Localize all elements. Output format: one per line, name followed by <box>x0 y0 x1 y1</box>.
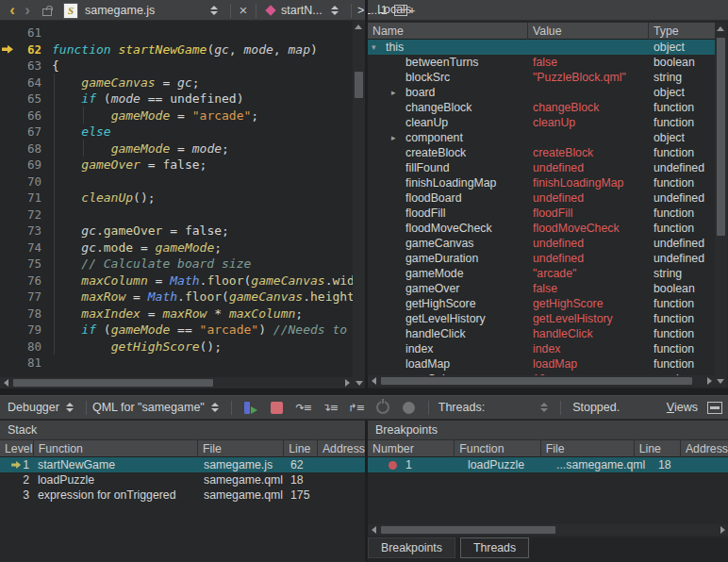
scrollbar-thumb[interactable] <box>381 526 555 534</box>
editor-vertical-scrollbar[interactable] <box>353 21 365 377</box>
line-number[interactable]: 70 <box>0 174 45 190</box>
chevron-updown-icon[interactable] <box>66 403 74 412</box>
line-number[interactable]: 61 <box>0 25 45 41</box>
locals-row[interactable]: blockSrc"PuzzleBlock.qml"string <box>368 70 715 85</box>
code-editor[interactable]: 6162636465666768697071727374757677787980… <box>0 21 353 377</box>
code-area[interactable]: function startNewGame(gc, mode, map){ ga… <box>45 25 353 377</box>
code-line[interactable] <box>52 174 353 190</box>
column-header-value[interactable]: Value <box>528 23 649 40</box>
code-line[interactable]: gc.gameOver = false; <box>52 223 353 240</box>
code-line[interactable]: getHighScore(); <box>52 339 353 355</box>
editor-horizontal-scrollbar[interactable] <box>0 377 353 388</box>
locals-vertical-scrollbar[interactable] <box>715 23 727 387</box>
locals-horizontal-scrollbar[interactable] <box>368 375 715 387</box>
column-header-function[interactable]: Function <box>34 440 198 457</box>
code-line[interactable]: cleanUp(); <box>52 190 353 207</box>
stack-rows[interactable]: 1startNewGamesamegame.js622loadPuzzlesam… <box>0 457 365 503</box>
locals-row[interactable]: ▸boardobject <box>368 85 715 100</box>
code-line[interactable]: gameMode = "arcade"; <box>52 107 353 124</box>
code-line[interactable]: maxIndex = maxRow * maxColumn; <box>52 306 353 322</box>
line-number[interactable]: 66 <box>0 107 45 124</box>
code-line[interactable] <box>52 355 353 372</box>
views-button[interactable]: Views <box>667 401 698 414</box>
locals-row[interactable]: floodBoardundefinedundefined <box>368 190 715 206</box>
locals-row[interactable]: fillFoundundefinedundefined <box>368 160 715 175</box>
chevron-updown-icon[interactable] <box>210 6 218 15</box>
threads-selector[interactable] <box>485 400 554 415</box>
column-header-type[interactable]: Type <box>649 23 715 40</box>
line-number[interactable]: 65 <box>0 91 45 107</box>
step-over-button[interactable]: ↷≡ <box>293 399 314 416</box>
line-number[interactable]: 76 <box>0 273 45 289</box>
close-document-icon[interactable]: × <box>237 2 250 19</box>
line-number[interactable]: 80 <box>0 339 45 355</box>
scroll-left-icon[interactable] <box>368 375 379 387</box>
expand-icon[interactable]: ▸ <box>391 88 405 97</box>
locals-row[interactable]: cleanUpcleanUpfunction <box>368 115 715 130</box>
scroll-up-icon[interactable] <box>715 23 726 34</box>
locals-row[interactable]: createBlockcreateBlockfunction <box>368 145 715 160</box>
scroll-down-icon[interactable] <box>353 377 365 388</box>
line-number[interactable]: 69 <box>0 157 45 174</box>
scroll-right-icon[interactable] <box>341 377 353 388</box>
locals-row[interactable]: gameCanvasundefinedundefined <box>368 236 715 251</box>
record-button[interactable] <box>399 399 420 416</box>
code-line[interactable]: // Calculate board size <box>52 256 353 273</box>
debug-engine-selector[interactable]: QML for "samegame" <box>92 401 205 414</box>
locals-tree[interactable]: ▾thisobjectbetweenTurnsfalsebooleanblock… <box>368 40 715 375</box>
code-line[interactable]: if (gameMode == "arcade") //Needs to be … <box>52 322 353 339</box>
locals-row[interactable]: handleClickhandleClickfunction <box>368 326 715 341</box>
locals-row[interactable]: loadMaploadMapfunction <box>368 356 715 372</box>
views-window-icon[interactable] <box>707 402 722 414</box>
scroll-right-icon[interactable] <box>703 375 715 387</box>
locals-row[interactable]: betweenTurnsfalseboolean <box>368 55 715 70</box>
scroll-up-icon[interactable] <box>353 21 364 32</box>
code-line[interactable]: maxRow = Math.floor(gameCanvas.height/ga… <box>52 289 353 306</box>
locals-row[interactable]: indexindexfunction <box>368 341 715 356</box>
symbol-selector[interactable]: startN... <box>281 4 324 17</box>
line-number[interactable]: 72 <box>0 207 45 223</box>
stack-frame-row[interactable]: 2loadPuzzlesamegame.qml18 <box>0 472 365 488</box>
breakpoint-row[interactable]: 1loadPuzzle...samegame.qml18 <box>368 457 728 472</box>
column-header-level[interactable]: Level <box>0 440 34 457</box>
scroll-down-icon[interactable] <box>715 375 726 387</box>
code-line[interactable]: else <box>52 124 353 140</box>
code-line[interactable]: gameMode = mode; <box>52 140 353 157</box>
locals-row[interactable]: ▾thisobject <box>368 40 715 55</box>
code-line[interactable] <box>52 25 353 41</box>
column-header-address[interactable]: Address <box>318 440 365 457</box>
collapse-icon[interactable]: ▾ <box>372 42 386 52</box>
line-number[interactable]: 81 <box>0 355 45 372</box>
scrollbar-thumb[interactable] <box>717 38 725 236</box>
line-number[interactable]: 78 <box>0 306 45 322</box>
column-header-file[interactable]: File <box>541 440 635 457</box>
code-line[interactable]: if (mode == undefined) <box>52 91 353 107</box>
locals-row[interactable]: gameMode"arcade"string <box>368 266 715 281</box>
open-document-selector[interactable]: samegame.js <box>85 4 190 17</box>
code-line[interactable]: maxColumn = Math.floor(gameCanvas.width/… <box>52 273 353 289</box>
column-header-name[interactable]: Name <box>368 23 528 40</box>
line-number[interactable]: 67 <box>0 124 45 140</box>
line-number[interactable]: 74 <box>0 240 45 256</box>
tab-threads[interactable]: Threads <box>460 537 529 558</box>
locals-row[interactable]: gameOverfalseboolean <box>368 281 715 296</box>
column-header-function[interactable]: Function <box>455 440 540 457</box>
line-number[interactable]: 73 <box>0 223 45 240</box>
scrollbar-thumb[interactable] <box>13 379 213 387</box>
step-into-button[interactable]: ↴≡ <box>320 399 340 416</box>
code-line[interactable] <box>52 207 353 223</box>
line-number[interactable]: 77 <box>0 289 45 306</box>
stack-frame-row[interactable]: 1startNewGamesamegame.js62 <box>0 457 365 472</box>
code-line[interactable]: function startNewGame(gc, mode, map) <box>52 41 353 58</box>
tab-breakpoints[interactable]: Breakpoints <box>368 537 455 558</box>
scrollbar-thumb[interactable] <box>355 72 363 98</box>
restart-button[interactable] <box>372 399 393 416</box>
continue-button[interactable] <box>240 399 261 416</box>
column-header-line[interactable]: Line <box>635 440 681 457</box>
scrollbar-thumb[interactable] <box>381 377 692 385</box>
line-number[interactable]: 68 <box>0 140 45 157</box>
locals-row[interactable]: floodFillfloodFillfunction <box>368 206 715 221</box>
code-line[interactable]: gc.mode = gameMode; <box>52 240 353 256</box>
expand-icon[interactable]: ▸ <box>391 133 405 142</box>
scroll-left-icon[interactable] <box>368 524 379 536</box>
